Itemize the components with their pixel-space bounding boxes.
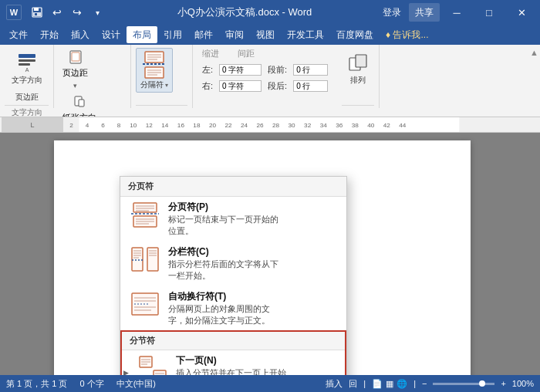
indent-left-input[interactable]	[219, 64, 262, 76]
svg-text:22: 22	[224, 122, 232, 129]
dropdown-item-text-column-break: 分栏符(C) 指示分栏符后面的文字将从下 一栏开始。	[168, 245, 278, 282]
menu-item-view[interactable]: 视图	[250, 26, 281, 43]
login-button[interactable]: 登录	[376, 3, 407, 22]
svg-text:14: 14	[161, 122, 169, 129]
zoom-slider[interactable]	[433, 383, 494, 385]
view-mode-icons[interactable]: 📄 ▦ 🌐	[372, 379, 407, 389]
arrow-next-page: ▶	[123, 369, 129, 375]
svg-text:2: 2	[69, 122, 73, 129]
page-info: 第 1 页，共 1 页	[6, 378, 67, 390]
title-bar-left: W ↩ ↪ ▾	[0, 3, 116, 22]
indent-right-input[interactable]	[219, 80, 262, 92]
svg-text:8: 8	[117, 122, 121, 129]
svg-rect-3	[35, 13, 37, 15]
menu-item-design[interactable]: 设计	[96, 26, 127, 43]
ribbon-group-text-direction: A 文字方向 页边距 文字方向	[0, 45, 54, 108]
redo-button[interactable]: ↪	[68, 3, 86, 22]
column-break-icon	[128, 245, 162, 275]
menu-item-mailings[interactable]: 邮件	[188, 26, 219, 43]
svg-text:16: 16	[177, 122, 185, 129]
document-area: 分页符 分页符(P) 标记一页结束与下一页开始的 位置。	[0, 133, 540, 375]
dropdown-item-text-wrap[interactable]: 自动换行符(T) 分隔网页上的对象周围的文 字，如分隔注文字与正文。	[120, 286, 346, 331]
zoom-in-btn[interactable]: +	[501, 379, 505, 388]
page-break-icon	[128, 201, 162, 230]
window-title: 小Q办公演示文稿.docx - Word	[116, 5, 373, 19]
svg-text:26: 26	[257, 122, 265, 129]
breaks-arrow: ▾	[165, 82, 168, 89]
dropdown-item-next-page[interactable]: ▶ 下一页(N) 插入分节符并在下一页上开始 新节。	[122, 350, 345, 375]
ribbon-group-page-setup: 页边距 ▾ 纸张方向 ▾ 纸张大小	[54, 45, 131, 108]
save-button[interactable]	[28, 3, 46, 22]
svg-rect-6	[19, 63, 30, 66]
svg-rect-25	[356, 55, 366, 67]
dropdown-item-column-break[interactable]: 分栏符(C) 指示分栏符后面的文字将从下 一栏开始。	[120, 242, 346, 286]
web-layout-icon[interactable]: 🌐	[397, 379, 407, 389]
ribbon-expand-btn[interactable]: ▲	[530, 48, 538, 57]
ribbon-btn-page-margins[interactable]: 页边距 ▾	[59, 48, 92, 92]
svg-text:A: A	[25, 67, 29, 73]
ribbon-group-label-arrange	[342, 105, 374, 108]
text-wrap-break-icon	[128, 290, 162, 319]
section-break-box: 分节符 ▶ 下一页(N)	[120, 330, 346, 375]
view-mode-2[interactable]: 回	[349, 378, 357, 390]
svg-rect-5	[19, 59, 35, 62]
menu-item-developer[interactable]: 开发工具	[281, 26, 330, 43]
more-button[interactable]: ▾	[88, 3, 106, 22]
dropdown-item-text-textwrap: 自动换行符(T) 分隔网页上的对象周围的文 字，如分隔注文字与正文。	[168, 290, 270, 327]
ribbon-btn-breaks[interactable]: 分隔符 ▾	[136, 48, 173, 93]
zoom-out-btn[interactable]: −	[422, 379, 427, 388]
undo-button[interactable]: ↩	[48, 3, 66, 22]
menu-item-review[interactable]: 审阅	[219, 26, 250, 43]
rg-content-page: 页边距 ▾ 纸张方向 ▾ 纸张大小	[59, 48, 100, 117]
restore-button[interactable]: □	[474, 0, 505, 25]
menu-item-home[interactable]: 开始	[34, 26, 65, 43]
dropdown-header-page-break: 分页符	[120, 177, 346, 197]
svg-text:12: 12	[146, 122, 154, 129]
menu-item-baidu[interactable]: 百度网盘	[330, 26, 380, 43]
read-mode-icon[interactable]: 📄	[372, 379, 383, 389]
ribbon-group-breaks: 分隔符 ▾	[131, 45, 193, 108]
svg-text:36: 36	[336, 122, 343, 129]
ribbon-btn-text-direction[interactable]: A 文字方向	[8, 48, 46, 88]
minimize-button[interactable]: ─	[441, 0, 472, 25]
rg-content-breaks: 分隔符 ▾	[136, 48, 173, 105]
share-button[interactable]: 共享	[409, 3, 440, 22]
ribbon-btn-orientation[interactable]: 纸张方向 ▾	[59, 93, 100, 117]
ribbon-group-arrange: 排列	[337, 45, 380, 108]
svg-text:4: 4	[86, 122, 89, 129]
svg-text:38: 38	[352, 122, 359, 129]
view-separator: |	[363, 379, 366, 388]
spacing-after-input[interactable]	[293, 80, 328, 92]
rg-content-text: A 文字方向 页边距	[8, 48, 46, 105]
menu-item-help[interactable]: ♦ 告诉我...	[380, 26, 434, 43]
svg-text:24: 24	[241, 122, 248, 129]
ribbon-btn-arrange[interactable]: 排列	[342, 48, 374, 88]
next-page-section-icon	[136, 354, 170, 375]
zoom-level: 100%	[512, 379, 534, 388]
close-button[interactable]: ✕	[506, 0, 537, 25]
svg-text:44: 44	[399, 122, 407, 129]
ruler: L 2 4 6 8 10 12 14 16 18 20 22 24 26 28 …	[0, 117, 540, 133]
svg-text:6: 6	[101, 122, 105, 129]
menu-item-insert[interactable]: 插入	[65, 26, 96, 43]
svg-rect-4	[19, 54, 35, 58]
dropdown-item-text-page-break: 分页符(P) 标记一页结束与下一页开始的 位置。	[168, 201, 278, 238]
dropdown-header-section-break: 分节符	[122, 332, 345, 350]
ribbon-group-label-text: 文字方向	[5, 105, 49, 117]
ribbon-btn-margins[interactable]: 页边距	[12, 90, 42, 105]
breaks-label: 分隔符	[140, 79, 164, 90]
breaks-dropdown: 分页符 分页符(P) 标记一页结束与下一页开始的 位置。	[120, 176, 347, 375]
view-mode-1[interactable]: 插入	[326, 378, 343, 390]
menu-item-references[interactable]: 引用	[157, 26, 188, 43]
dropdown-item-page-break[interactable]: 分页符(P) 标记一页结束与下一页开始的 位置。	[120, 197, 346, 242]
menu-item-layout[interactable]: 布局	[127, 26, 157, 43]
menu-bar: 文件 开始 插入 设计 布局 引用 邮件 审阅 视图 开发工具 百度网盘 ♦ 告…	[0, 25, 540, 45]
svg-text:10: 10	[130, 122, 137, 129]
spacing-before-input[interactable]	[293, 64, 328, 76]
language: 中文(中国)	[116, 378, 156, 390]
print-layout-icon[interactable]: ▦	[386, 379, 393, 389]
ruler-left-margin: L	[2, 117, 63, 132]
zoom-thumb	[479, 380, 485, 387]
dropdown-item-text-next-page: 下一页(N) 插入分节符并在下一页上开始 新节。	[176, 354, 286, 375]
menu-item-file[interactable]: 文件	[3, 26, 34, 43]
